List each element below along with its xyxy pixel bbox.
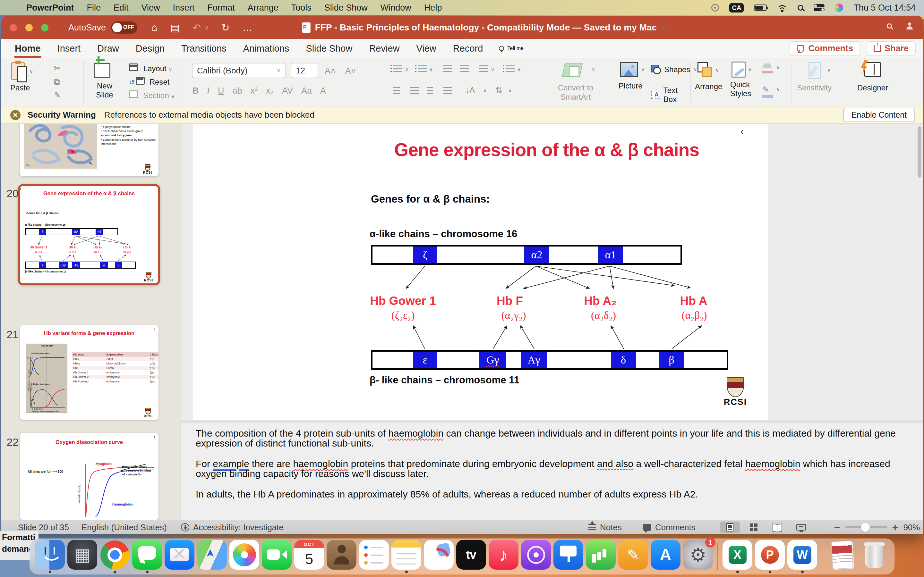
downloads-dock-icon[interactable] — [825, 540, 858, 573]
more-actions-icon[interactable]: … — [242, 22, 252, 33]
hb-label-hb-gower-1[interactable]: Hb Gower 1 — [370, 294, 436, 308]
zoom-slider[interactable] — [845, 526, 887, 528]
slide-20-thumbnail-selected[interactable]: ‹ Gene expression of the α & β chains Ge… — [18, 184, 160, 285]
excel-dock-icon[interactable]: X — [721, 540, 754, 573]
notes-splitter[interactable] — [181, 420, 923, 423]
cut-icon[interactable]: ✂ — [54, 64, 61, 73]
gene-1[interactable]: α1 — [598, 247, 623, 263]
align-right-icon[interactable] — [427, 87, 433, 94]
hb-label-hb-a[interactable]: Hb A₂ — [584, 294, 616, 308]
format-a-button[interactable]: A — [320, 86, 326, 96]
menu-format[interactable]: Format — [207, 3, 235, 13]
zoom-in-icon[interactable]: + — [892, 522, 898, 533]
hb-label-hb-a[interactable]: Hb A — [680, 294, 708, 308]
shrink-font-button[interactable]: A˅ — [345, 66, 356, 76]
designer-icon[interactable] — [864, 62, 881, 77]
speaker-notes[interactable]: The composition of the 4 protein sub-uni… — [196, 428, 911, 510]
tell-me[interactable]: Tell me — [499, 45, 523, 51]
menu-slide-show[interactable]: Slide Show — [325, 3, 368, 13]
maps-dock-icon[interactable] — [196, 540, 228, 573]
format-b-button[interactable]: B — [192, 86, 199, 96]
minimize-button[interactable] — [25, 24, 33, 31]
designer-button[interactable]: Designer — [857, 83, 888, 92]
comments-toggle[interactable]: Comments — [643, 520, 696, 534]
format-ab-button[interactable]: ab — [233, 86, 242, 96]
finder-dock-icon[interactable] — [34, 540, 66, 573]
battery-icon[interactable] — [754, 5, 767, 11]
tab-draw[interactable]: Draw — [97, 42, 120, 55]
gene-[interactable]: δ — [611, 351, 636, 368]
slide-sorter-button[interactable] — [744, 522, 764, 533]
word-dock-icon[interactable]: W — [786, 540, 819, 573]
vertical-scrollbar[interactable] — [918, 125, 922, 419]
titlebar-search-icon[interactable] — [887, 23, 892, 29]
undo-icon[interactable]: ↶ — [192, 22, 201, 34]
screen-record-icon[interactable] — [711, 4, 719, 11]
accessibility-status[interactable]: Accessibility: Investigate — [193, 522, 284, 532]
hb-formula-hb-a[interactable]: (α₂β₂) — [682, 309, 707, 322]
zoom-button[interactable] — [41, 24, 48, 31]
line-spacing-icon[interactable] — [479, 65, 488, 73]
gene-a[interactable]: Aγ — [521, 351, 547, 368]
photos-dock-icon[interactable] — [228, 540, 260, 573]
appstore-dock-icon[interactable] — [649, 540, 682, 573]
notes-dock-icon[interactable] — [390, 540, 423, 573]
text-direction-icon[interactable]: ⇅ — [495, 86, 502, 94]
convert-smartart-button[interactable]: Convert to SmartArt — [550, 83, 601, 102]
language-status[interactable]: English (United States) — [81, 522, 167, 532]
tab-design[interactable]: Design — [135, 42, 165, 55]
text-box-button[interactable]: Text Box — [651, 86, 690, 104]
wifi-icon[interactable] — [777, 4, 787, 11]
numbering-icon[interactable] — [418, 65, 427, 73]
autosave-toggle[interactable]: OFF — [111, 21, 137, 34]
slide-canvas[interactable]: ‹ Gene expression of the α & β chains Ge… — [193, 124, 768, 420]
menu-powerpoint[interactable]: PowerPoint — [26, 3, 74, 13]
menu-file[interactable]: File — [87, 3, 101, 13]
layout-button[interactable]: Layout ∨ — [129, 63, 172, 73]
menu-edit[interactable]: Edit — [113, 3, 129, 13]
gene-[interactable]: ε — [39, 262, 46, 268]
numbers-dock-icon[interactable] — [585, 540, 617, 573]
share-button[interactable]: Share — [867, 41, 916, 56]
title-chevron-icon[interactable]: ∨ — [661, 24, 666, 31]
gene-g[interactable]: Gγ — [479, 351, 506, 368]
launchpad-dock-icon[interactable] — [66, 540, 99, 573]
menu-arrange[interactable]: Arrange — [248, 3, 278, 13]
chromosome-16-bar[interactable]: ζα2α1 — [371, 245, 682, 265]
gene-2[interactable]: α2 — [524, 247, 549, 263]
gene-a[interactable]: Aγ — [72, 262, 80, 268]
menu-help[interactable]: Help — [424, 3, 442, 13]
gene-g[interactable]: Gγ — [59, 262, 68, 268]
hb-formula-hb-gower-1[interactable]: (ζ₂ε₂) — [391, 309, 415, 322]
account-icon[interactable] — [906, 23, 913, 29]
quick-styles-button[interactable]: ∨ QuickStyles — [732, 61, 746, 77]
gene-1[interactable]: α1 — [95, 229, 103, 235]
outdent-icon[interactable] — [443, 65, 452, 73]
siri-icon[interactable] — [835, 3, 843, 12]
smartart-icon[interactable] — [562, 63, 583, 77]
tab-view[interactable]: View — [415, 42, 437, 55]
gene-2[interactable]: α2 — [72, 229, 80, 235]
tab-home[interactable]: Home — [14, 42, 41, 55]
reminders-dock-icon[interactable] — [358, 540, 390, 573]
slide-19-thumbnail[interactable]: α₂ α₁ Structure: • 4 polypeptide chains•… — [20, 124, 158, 176]
scrollbar-thumb[interactable] — [918, 126, 921, 177]
picture-button[interactable]: ∨ Picture — [620, 62, 638, 77]
hb-formula-hb-f[interactable]: (α₂γ₂) — [501, 309, 526, 322]
facetime-dock-icon[interactable] — [260, 540, 293, 573]
shape-fill-button[interactable]: ∨ — [762, 63, 773, 73]
notes-toggle[interactable]: Notes — [588, 520, 622, 534]
zoom-level[interactable]: 90% — [903, 522, 920, 532]
podcasts-dock-icon[interactable] — [520, 540, 552, 573]
chrome-dock-icon[interactable] — [99, 540, 131, 574]
control-center-icon[interactable] — [814, 4, 825, 11]
section-button[interactable]: Section ∨ — [129, 90, 174, 100]
sort-text-icon[interactable]: ↓A — [465, 86, 475, 94]
beta-chains-label[interactable]: β- like chains – chromosome 11 — [370, 374, 519, 386]
columns-icon[interactable] — [506, 65, 515, 73]
save-icon[interactable]: ▤ — [170, 22, 180, 34]
pages-dock-icon[interactable] — [617, 540, 649, 573]
gene-[interactable]: ζ — [413, 247, 437, 263]
tab-animations[interactable]: Animations — [242, 42, 290, 55]
gene-[interactable]: β — [659, 351, 684, 368]
